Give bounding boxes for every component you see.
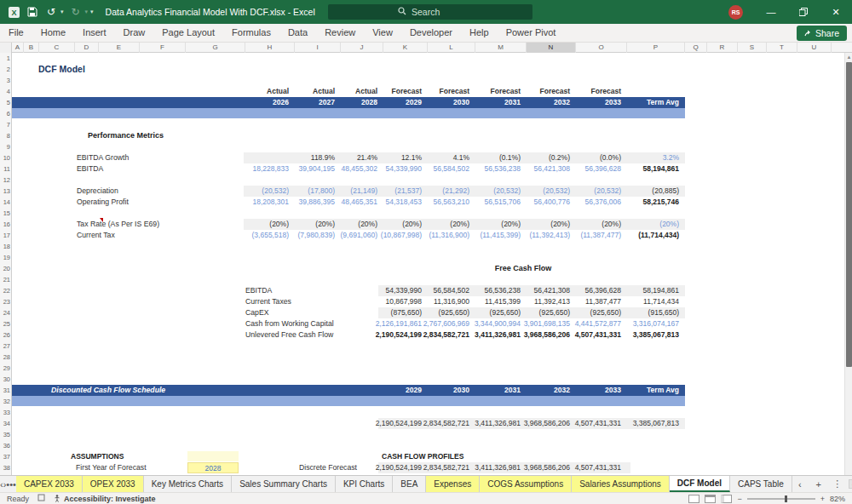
row-header-10[interactable]: 10: [0, 152, 10, 163]
row-header-7[interactable]: 7: [0, 119, 10, 130]
redo-icon[interactable]: ↻: [69, 5, 83, 19]
page-layout-view-icon[interactable]: [705, 495, 716, 503]
scroll-up-icon[interactable]: ▲: [845, 53, 852, 61]
horizontal-scrollbar[interactable]: ◄ ►: [849, 479, 852, 489]
row-header-33[interactable]: 33: [0, 407, 10, 418]
macro-record-icon[interactable]: [37, 494, 45, 503]
column-header-A[interactable]: A: [12, 43, 24, 53]
save-icon[interactable]: [26, 5, 39, 19]
sheet-tab-dcf-model[interactable]: DCF Model: [670, 476, 730, 492]
column-header-D[interactable]: D: [75, 43, 99, 53]
column-header-Q[interactable]: Q: [685, 43, 707, 53]
ribbon-tab-formulas[interactable]: Formulas: [223, 24, 279, 42]
row-header-1[interactable]: 1: [0, 53, 10, 64]
sheet-canvas[interactable]: DCF ModelActualActualActualForecastForec…: [12, 53, 846, 475]
first-year-input-cell[interactable]: 2028: [187, 462, 239, 473]
row-header-23[interactable]: 23: [0, 296, 10, 307]
sheet-tab-salaries-assumptions[interactable]: Salaries Assumptions: [572, 476, 670, 492]
row-header-14[interactable]: 14: [0, 197, 10, 208]
grid-cell[interactable]: 3,385,067,813: [613, 418, 682, 429]
grid-cell[interactable]: 58,194,861: [613, 285, 682, 296]
excel-app-icon[interactable]: X: [7, 5, 20, 19]
tab-options-chevron-icon[interactable]: ‹: [792, 479, 808, 490]
row-header-2[interactable]: 2: [0, 64, 10, 75]
sheet-tab-opex-2033[interactable]: OPEX 2033: [83, 476, 144, 492]
zoom-out-icon[interactable]: −: [737, 495, 741, 503]
grid-cell[interactable]: (915,650): [613, 307, 682, 318]
ribbon-tab-page-layout[interactable]: Page Layout: [153, 24, 223, 42]
ribbon-tab-home[interactable]: Home: [32, 24, 74, 42]
undo-icon[interactable]: ↺: [44, 5, 58, 19]
row-header-3[interactable]: 3: [0, 75, 10, 86]
grid-cell[interactable]: Forecast: [556, 86, 624, 97]
ribbon-tab-insert[interactable]: Insert: [74, 24, 115, 42]
ribbon-tab-power-pivot[interactable]: Power Pivot: [498, 24, 565, 42]
column-header-U[interactable]: U: [797, 43, 832, 53]
customize-qat-icon[interactable]: ▾: [90, 9, 94, 15]
redo-dropdown-icon[interactable]: ▾: [85, 9, 89, 15]
sheet-tab-capex-2033[interactable]: CAPEX 2033: [16, 476, 83, 492]
row-header-31[interactable]: 31: [0, 385, 10, 396]
zoom-slider-thumb[interactable]: [785, 495, 787, 502]
column-header-C[interactable]: C: [39, 43, 75, 53]
row-header-8[interactable]: 8: [0, 130, 10, 141]
close-button[interactable]: ✕: [820, 0, 852, 24]
normal-view-icon[interactable]: [688, 495, 699, 503]
column-header-I[interactable]: I: [295, 43, 341, 53]
select-all-corner[interactable]: [0, 43, 12, 53]
grid-cell[interactable]: 4,507,431,331: [556, 462, 624, 473]
row-header-21[interactable]: 21: [0, 274, 10, 285]
grid-cell[interactable]: 58,215,746: [613, 197, 682, 208]
row-header-16[interactable]: 16: [0, 219, 10, 230]
column-header-G[interactable]: G: [186, 43, 245, 53]
sheet-tab-expenses[interactable]: Expenses: [426, 476, 480, 492]
column-header-R[interactable]: R: [707, 43, 738, 53]
column-header-N[interactable]: N: [527, 43, 576, 53]
undo-dropdown-icon[interactable]: ▾: [60, 9, 64, 15]
ribbon-tab-draw[interactable]: Draw: [115, 24, 154, 42]
row-header-13[interactable]: 13: [0, 186, 10, 197]
row-header-27[interactable]: 27: [0, 341, 10, 352]
row-header-34[interactable]: 34: [0, 418, 10, 429]
vertical-scrollbar[interactable]: ▲: [844, 53, 852, 475]
row-header-24[interactable]: 24: [0, 307, 10, 318]
column-header-S[interactable]: S: [738, 43, 767, 53]
row-header-20[interactable]: 20: [0, 263, 10, 274]
row-header-28[interactable]: 28: [0, 352, 10, 363]
grid-cell[interactable]: 58,194,861: [613, 163, 682, 175]
row-header-37[interactable]: 37: [0, 451, 10, 462]
row-header-25[interactable]: 25: [0, 318, 10, 329]
zoom-level[interactable]: 82%: [830, 495, 845, 503]
ribbon-tab-file[interactable]: File: [0, 24, 32, 42]
ribbon-tab-help[interactable]: Help: [461, 24, 498, 42]
zoom-in-icon[interactable]: +: [820, 495, 825, 503]
row-header-22[interactable]: 22: [0, 285, 10, 296]
column-header-P[interactable]: P: [627, 43, 685, 53]
share-button[interactable]: Share: [797, 26, 847, 41]
column-header-L[interactable]: L: [428, 43, 475, 53]
add-sheet-icon[interactable]: +: [811, 479, 826, 490]
column-header-T[interactable]: T: [767, 43, 797, 53]
ribbon-tab-data[interactable]: Data: [279, 24, 316, 42]
column-header-O[interactable]: O: [576, 43, 627, 53]
sheet-tab-kpi-charts[interactable]: KPI Charts: [336, 476, 393, 492]
grid-cell[interactable]: (20%): [613, 219, 682, 230]
row-header-29[interactable]: 29: [0, 363, 10, 374]
vertical-scrollbar-thumb[interactable]: [846, 62, 852, 367]
row-header-18[interactable]: 18: [0, 241, 10, 252]
row-header-35[interactable]: 35: [0, 429, 10, 440]
row-header-12[interactable]: 12: [0, 175, 10, 186]
column-header-H[interactable]: H: [245, 43, 295, 53]
sheet-tab-bea[interactable]: BEA: [393, 476, 426, 492]
column-header-E[interactable]: E: [99, 43, 140, 53]
row-header-19[interactable]: 19: [0, 252, 10, 263]
ribbon-tab-review[interactable]: Review: [316, 24, 364, 42]
row-header-17[interactable]: 17: [0, 230, 10, 241]
accessibility-status[interactable]: Accessibility: Investigate: [54, 495, 156, 503]
grid-cell[interactable]: 3.2%: [613, 152, 682, 163]
search-input[interactable]: Search: [328, 4, 532, 20]
zoom-slider[interactable]: [747, 498, 815, 500]
row-header-30[interactable]: 30: [0, 374, 10, 385]
minimize-button[interactable]: —: [755, 0, 787, 24]
row-header-38[interactable]: 38: [0, 462, 10, 473]
